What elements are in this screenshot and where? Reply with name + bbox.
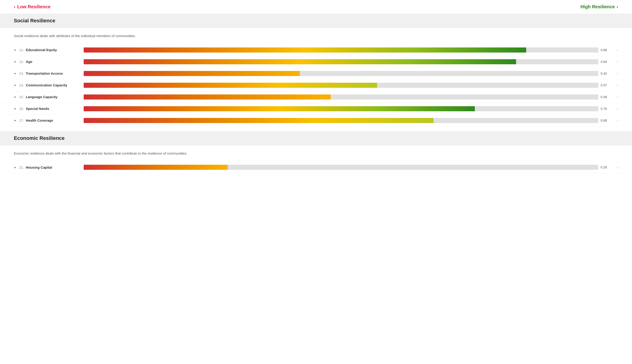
row-chevron-21: › (617, 165, 618, 170)
indicator-name-21: Housing Capital (26, 166, 52, 169)
right-arrow-icon: › (616, 4, 618, 10)
indicator-name-17: Health Coverage (26, 118, 53, 122)
bar-wrapper-12 (84, 59, 598, 64)
bar-fill-14 (84, 83, 377, 88)
indicator-num-17: 17. (19, 118, 24, 122)
indicator-row-12[interactable]: ► 12. Age 0.84 › (0, 56, 632, 68)
indicator-label-11: 11. Educational Equity (19, 48, 84, 52)
indicator-label-21: 21. Housing Capital (19, 166, 84, 169)
economic-indicators-list: ► 21. Housing Capital 0.28 › (0, 162, 632, 173)
low-resilience-label: Low Resilience (17, 4, 51, 10)
economic-section-title: Economic Resilience (14, 135, 618, 141)
social-section-header: Social Resilience (0, 14, 632, 28)
economic-section-description: Economic resilience deals with the finan… (0, 148, 632, 162)
bar-container-21: 0.28 (84, 165, 612, 170)
indicator-row-16[interactable]: ► 16. Special Needs 0.76 › (0, 103, 632, 115)
expand-icon-13: ► (14, 72, 17, 75)
row-chevron-11: › (617, 48, 618, 52)
bar-wrapper-16 (84, 106, 598, 111)
economic-section: Economic Resilience Economic resilience … (0, 131, 632, 174)
bar-container-11: 0.86 (84, 48, 612, 52)
bar-container-15: 0.48 (84, 94, 612, 100)
indicator-name-12: Age (26, 60, 32, 64)
social-section-description: Social resilience deals with attributes … (0, 30, 632, 44)
indicator-label-15: 15. Language Capacity (19, 95, 84, 99)
row-chevron-13: › (617, 71, 618, 76)
bar-wrapper-17 (84, 118, 598, 123)
indicator-num-16: 16. (19, 107, 24, 110)
indicator-label-13: 13. Transportation Access (19, 72, 84, 75)
high-resilience-nav[interactable]: High Resilience › (580, 4, 618, 10)
bar-value-15: 0.48 (601, 95, 612, 99)
bar-wrapper-14 (84, 83, 598, 88)
indicator-row-17[interactable]: ► 17. Health Coverage 0.68 › (0, 115, 632, 126)
bar-wrapper-13 (84, 71, 598, 76)
indicator-name-11: Educational Equity (26, 48, 57, 52)
left-arrow-icon: ‹ (14, 4, 16, 10)
bar-value-11: 0.86 (601, 48, 612, 52)
row-chevron-16: › (617, 106, 618, 111)
row-chevron-12: › (617, 59, 618, 64)
indicator-num-12: 12. (19, 60, 24, 64)
bar-value-16: 0.76 (601, 107, 612, 110)
bar-wrapper-21 (84, 165, 598, 170)
economic-section-header: Economic Resilience (0, 131, 632, 145)
indicator-label-17: 17. Health Coverage (19, 118, 84, 122)
bar-wrapper-15 (84, 94, 598, 100)
bar-fill-11 (84, 48, 526, 52)
bar-fill-16 (84, 106, 475, 111)
indicator-num-13: 13. (19, 72, 24, 75)
indicator-num-21: 21. (19, 166, 24, 169)
indicator-row-14[interactable]: ► 14. Communication Capacity 0.57 › (0, 80, 632, 91)
bar-fill-17 (84, 118, 434, 123)
indicator-num-15: 15. (19, 95, 24, 99)
bar-value-13: 0.42 (601, 72, 612, 75)
row-chevron-14: › (617, 83, 618, 88)
expand-icon-14: ► (14, 84, 17, 87)
bar-container-13: 0.42 (84, 71, 612, 76)
indicator-label-16: 16. Special Needs (19, 107, 84, 110)
row-chevron-15: › (617, 94, 618, 99)
indicator-name-13: Transportation Access (26, 72, 63, 75)
indicator-row-15[interactable]: ► 15. Language Capacity 0.48 › (0, 91, 632, 103)
bar-container-12: 0.84 (84, 59, 612, 64)
high-resilience-label: High Resilience (580, 4, 615, 10)
bar-value-12: 0.84 (601, 60, 612, 64)
bar-fill-13 (84, 71, 300, 76)
bar-wrapper-11 (84, 48, 598, 52)
bar-value-21: 0.28 (601, 166, 612, 169)
bar-container-17: 0.68 (84, 118, 612, 123)
expand-icon-15: ► (14, 95, 17, 98)
expand-icon-11: ► (14, 48, 17, 52)
indicator-num-14: 14. (19, 83, 24, 87)
bar-fill-15 (84, 94, 331, 100)
indicator-name-15: Language Capacity (26, 95, 58, 99)
social-section: Social Resilience Social resilience deal… (0, 14, 632, 126)
expand-icon-12: ► (14, 60, 17, 63)
low-resilience-nav[interactable]: ‹ Low Resilience (14, 4, 51, 10)
bar-container-16: 0.76 (84, 106, 612, 111)
bar-value-14: 0.57 (601, 84, 612, 87)
indicator-label-14: 14. Communication Capacity (19, 83, 84, 87)
indicator-label-12: 12. Age (19, 60, 84, 64)
top-nav: ‹ Low Resilience High Resilience › (0, 0, 632, 14)
row-chevron-17: › (617, 118, 618, 123)
social-section-title: Social Resilience (14, 18, 618, 24)
indicator-num-11: 11. (19, 48, 24, 52)
bar-fill-21 (84, 165, 228, 170)
indicator-row-13[interactable]: ► 13. Transportation Access 0.42 › (0, 68, 632, 80)
bar-value-17: 0.68 (601, 119, 612, 122)
expand-icon-17: ► (14, 119, 17, 122)
expand-icon-16: ► (14, 107, 17, 110)
bar-container-14: 0.57 (84, 83, 612, 88)
social-indicators-list: ► 11. Educational Equity 0.86 › ► 12. Ag… (0, 44, 632, 126)
indicator-name-14: Communication Capacity (26, 83, 67, 87)
bar-fill-12 (84, 59, 516, 64)
indicator-name-16: Special Needs (26, 107, 49, 110)
expand-icon-21: ► (14, 166, 17, 169)
indicator-row-21[interactable]: ► 21. Housing Capital 0.28 › (0, 162, 632, 173)
indicator-row-11[interactable]: ► 11. Educational Equity 0.86 › (0, 44, 632, 56)
